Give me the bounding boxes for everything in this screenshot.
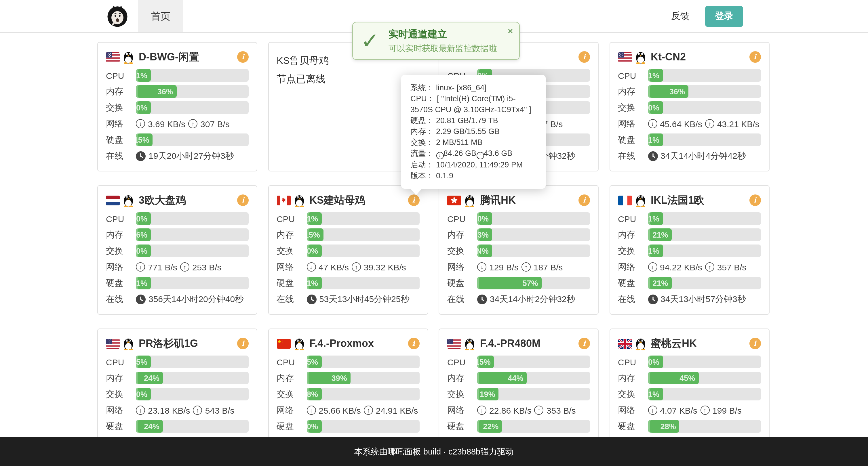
upload-arrow-icon: ↑ bbox=[534, 406, 544, 415]
disk-row: 硬盘 10% bbox=[277, 420, 419, 433]
disk-bar: 22% bbox=[477, 420, 590, 433]
swap-row: 交换 0% bbox=[106, 244, 249, 257]
tooltip-version-row: 版本：0.1.9 bbox=[410, 170, 536, 181]
memory-bar: 36% bbox=[136, 85, 249, 98]
linux-os-icon bbox=[634, 337, 646, 351]
clock-icon bbox=[648, 294, 658, 304]
upload-arrow-icon: ↑ bbox=[188, 119, 197, 128]
disk-bar: 11% bbox=[648, 133, 761, 146]
app-logo[interactable] bbox=[106, 5, 129, 28]
info-icon[interactable]: i bbox=[237, 195, 249, 206]
network-row: 网络 ↓ 22.86 KB/s ↑ 353 B/s bbox=[447, 404, 590, 417]
disk-bar: 10% bbox=[307, 420, 419, 433]
net-upload-value: 187 B/s bbox=[534, 262, 563, 272]
upload-arrow-icon: ↑ bbox=[364, 406, 373, 415]
upload-arrow-icon: ↑ bbox=[193, 406, 202, 415]
download-arrow-icon: ↓ bbox=[648, 262, 657, 271]
download-arrow-icon: ↓ bbox=[136, 262, 145, 271]
upload-arrow-icon: ↑ bbox=[705, 119, 714, 128]
download-arrow-icon: ↓ bbox=[477, 406, 486, 415]
memory-row: 内存 15% bbox=[277, 228, 419, 241]
upload-arrow-icon: ↑ bbox=[705, 262, 714, 271]
net-upload-value: 39.32 KB/s bbox=[364, 262, 406, 272]
country-flag-icon bbox=[447, 195, 461, 205]
network-row: 网络 ↓ 4.07 KB/s ↑ 199 B/s bbox=[618, 404, 761, 417]
cpu-row: CPU 5% bbox=[106, 356, 249, 368]
swap-bar: 0% bbox=[136, 101, 249, 114]
tab-home[interactable]: 首页 bbox=[138, 0, 183, 32]
info-icon[interactable]: i bbox=[579, 51, 590, 63]
uptime-value: 356天14小时20分钟40秒 bbox=[149, 294, 244, 305]
disk-bar: 15% bbox=[136, 133, 249, 146]
info-icon[interactable]: i bbox=[408, 195, 419, 206]
net-upload-value: 357 B/s bbox=[717, 262, 747, 272]
memory-row: 内存 21% bbox=[618, 228, 761, 241]
login-button[interactable]: 登录 bbox=[705, 6, 743, 27]
linux-os-icon bbox=[464, 337, 475, 351]
server-name: IKL法国1欧 bbox=[651, 193, 704, 207]
server-name: F.4.-Proxmox bbox=[309, 337, 374, 350]
feedback-link[interactable]: 反馈 bbox=[671, 0, 689, 32]
online-row: 在线 53天13小时45分钟25秒 bbox=[277, 293, 419, 305]
info-icon[interactable]: i bbox=[579, 338, 590, 349]
swap-row: 交换 8% bbox=[277, 388, 419, 400]
info-icon[interactable]: i bbox=[237, 51, 249, 63]
linux-os-icon bbox=[293, 337, 305, 351]
download-arrow-icon: ↓ bbox=[477, 262, 486, 271]
info-icon[interactable]: i bbox=[749, 195, 761, 206]
server-name: Kt-CN2 bbox=[651, 51, 686, 63]
disk-row: 硬盘 11% bbox=[618, 133, 761, 146]
linux-os-icon bbox=[634, 193, 646, 207]
disk-bar: 28% bbox=[648, 420, 761, 433]
memory-row: 内存 3% bbox=[447, 228, 590, 241]
swap-bar: 0% bbox=[136, 388, 249, 400]
network-row: 网络 ↓ 3.69 KB/s ↑ 307 B/s bbox=[106, 118, 249, 130]
swap-row: 交换 N% bbox=[447, 244, 590, 257]
network-row: 网络 ↓ 94.22 KB/s ↑ 357 B/s bbox=[618, 261, 761, 273]
net-download-value: 47 KB/s bbox=[319, 262, 349, 272]
cpu-bar: 1% bbox=[307, 212, 419, 225]
offline-status-text: 节点已离线 bbox=[277, 72, 419, 86]
uptime-value: 53天13小时45分钟25秒 bbox=[319, 294, 409, 305]
swap-row: 交换 0% bbox=[277, 244, 419, 257]
memory-bar: 45% bbox=[648, 372, 761, 384]
net-download-value: 3.69 KB/s bbox=[148, 119, 185, 129]
disk-bar: 1% bbox=[307, 277, 419, 289]
close-icon[interactable]: × bbox=[508, 27, 513, 35]
tooltip-cpu-row: CPU：[ "Intel(R) Core(TM) i5-3570S CPU @ … bbox=[410, 93, 536, 115]
disk-row: 硬盘 57% bbox=[447, 277, 590, 289]
info-icon[interactable]: i bbox=[749, 51, 761, 63]
disk-bar: 24% bbox=[136, 420, 249, 433]
disk-row: 硬盘 28% bbox=[618, 420, 761, 433]
net-upload-value: 43.21 KB/s bbox=[717, 119, 760, 129]
download-arrow-icon: ↓ bbox=[436, 152, 443, 159]
download-arrow-icon: ↓ bbox=[307, 406, 316, 415]
net-download-value: 4.07 KB/s bbox=[660, 405, 698, 415]
online-row: 在线 34天14小时4分钟42秒 bbox=[618, 149, 761, 162]
swap-bar: 0% bbox=[307, 244, 419, 257]
net-download-value: 45.64 KB/s bbox=[660, 119, 702, 129]
cpu-bar: 0% bbox=[136, 212, 249, 225]
info-icon[interactable]: i bbox=[237, 338, 249, 349]
swap-row: 交换 1% bbox=[618, 388, 761, 400]
linux-os-icon bbox=[293, 193, 305, 207]
info-icon[interactable]: i bbox=[579, 195, 590, 206]
network-row: 网络 ↓ 771 B/s ↑ 253 B/s bbox=[106, 261, 249, 273]
country-flag-icon bbox=[106, 195, 120, 205]
swap-bar: 19% bbox=[477, 388, 590, 400]
info-icon[interactable]: i bbox=[749, 338, 761, 349]
footer-panel-link[interactable]: 哪吒面板 build · c23b88b bbox=[388, 446, 480, 457]
country-flag-icon bbox=[618, 195, 632, 205]
cpu-row: CPU 1% bbox=[618, 212, 761, 225]
net-download-value: 23.18 KB/s bbox=[148, 405, 190, 415]
server-card: 腾讯HK i CPU 0% 内存 3% 交换 N% 网络 ↓ 129 B/s ↑… bbox=[439, 185, 599, 315]
swap-bar: 0% bbox=[648, 101, 761, 114]
disk-row: 硬盘 1% bbox=[277, 277, 419, 289]
cpu-bar: 0% bbox=[477, 212, 590, 225]
server-name: PR洛杉矶1G bbox=[139, 337, 198, 351]
swap-bar: 1% bbox=[648, 388, 761, 400]
info-icon[interactable]: i bbox=[408, 338, 419, 349]
upload-arrow-icon: ↑ bbox=[180, 262, 189, 271]
swap-row: 交换 1% bbox=[618, 244, 761, 257]
disk-row: 硬盘 22% bbox=[447, 420, 590, 433]
